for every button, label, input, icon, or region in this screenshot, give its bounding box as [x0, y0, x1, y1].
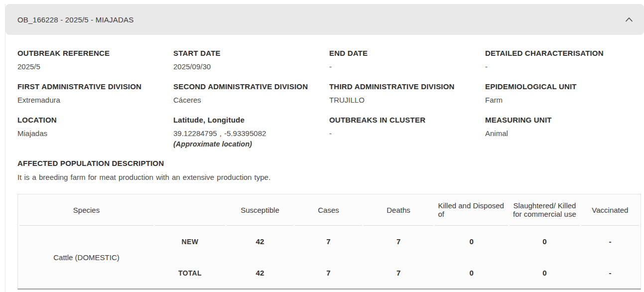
field-outbreaks-in-cluster: OUTBREAKS IN CLUSTER -	[329, 115, 485, 149]
new-cases: 7	[295, 226, 362, 257]
new-vaccinated: -	[581, 226, 639, 257]
chevron-up-icon[interactable]	[625, 16, 633, 22]
total-deaths: 7	[364, 257, 434, 289]
col-header-vaccinated: Vaccinated	[581, 194, 639, 226]
field-label: FIRST ADMINISTRATIVE DIVISION	[17, 81, 165, 92]
field-value: -	[485, 61, 633, 72]
fields-grid: OUTBREAK REFERENCE 2025/5 START DATE 202…	[17, 48, 641, 190]
field-latitude-longitude: Latitude, Longitude 39.12284795 , -5.933…	[173, 115, 329, 149]
field-value: Cáceres	[173, 95, 321, 106]
outbreak-accordion-header[interactable]: OB_166228 - 2025/5 - MIAJADAS	[5, 4, 644, 35]
approximate-location-note: (Approximate location)	[173, 139, 321, 149]
field-label: Latitude, Longitude	[173, 115, 321, 126]
field-value: Animal	[485, 128, 633, 139]
field-label: THIRD ADMINISTRATIVE DIVISION	[329, 81, 477, 92]
field-label: OUTBREAK REFERENCE	[17, 48, 165, 59]
field-value: Miajadas	[17, 128, 165, 139]
field-value: Farm	[485, 95, 633, 106]
field-affected-population-description: AFFECTED POPULATION DESCRIPTION It is a …	[17, 158, 641, 183]
field-third-admin-division: THIRD ADMINISTRATIVE DIVISION TRUJILLO	[329, 81, 485, 106]
field-value: -	[329, 128, 477, 139]
new-killed-disposed: 0	[435, 226, 508, 257]
field-outbreak-reference: OUTBREAK REFERENCE 2025/5	[17, 48, 173, 72]
total-vaccinated: -	[581, 257, 639, 289]
table-header-row: Species Susceptible Cases Deaths Killed …	[19, 194, 639, 226]
species-quantities-table: Species Susceptible Cases Deaths Killed …	[17, 194, 641, 290]
col-header-susceptible: Susceptible	[227, 194, 294, 226]
col-header-row-type	[155, 194, 225, 226]
field-label: DETAILED CHARACTERISATION	[485, 48, 633, 59]
field-value: It is a breeding farm for meat productio…	[17, 172, 633, 183]
field-value: -	[329, 61, 477, 72]
field-label: END DATE	[329, 48, 477, 59]
total-cases: 7	[295, 257, 362, 289]
col-header-slaughtered: Slaughtered/ Killed for commercial use	[510, 194, 580, 226]
new-slaughtered: 0	[510, 226, 580, 257]
field-value: TRUJILLO	[329, 95, 477, 106]
field-label: SECOND ADMINISTRATIVE DIVISION	[173, 81, 321, 92]
new-susceptible: 42	[227, 226, 294, 257]
field-first-admin-division: FIRST ADMINISTRATIVE DIVISION Extremadur…	[17, 81, 173, 106]
row-type-label: NEW	[155, 226, 225, 257]
row-type-label: TOTAL	[155, 257, 225, 289]
field-location: LOCATION Miajadas	[17, 115, 173, 149]
table-row-new: Cattle (DOMESTIC) NEW 42 7 7 0 0 -	[19, 226, 639, 257]
col-header-killed-disposed: Killed and Disposed of	[435, 194, 508, 226]
col-header-cases: Cases	[295, 194, 362, 226]
total-susceptible: 42	[227, 257, 294, 289]
field-second-admin-division: SECOND ADMINISTRATIVE DIVISION Cáceres	[173, 81, 329, 106]
field-value: 39.12284795 , -5.93395082	[173, 128, 321, 139]
field-label: MEASURING UNIT	[485, 115, 633, 126]
field-end-date: END DATE -	[329, 48, 485, 72]
field-value: 2025/5	[17, 61, 165, 72]
total-killed-disposed: 0	[435, 257, 508, 289]
field-epidemiological-unit: EPIDEMIOLOGICAL UNIT Farm	[485, 81, 641, 106]
field-label: OUTBREAKS IN CLUSTER	[329, 115, 477, 126]
col-header-species: Species	[19, 194, 153, 226]
field-start-date: START DATE 2025/09/30	[173, 48, 329, 72]
field-label: LOCATION	[17, 115, 165, 126]
col-header-deaths: Deaths	[364, 194, 434, 226]
field-value: 2025/09/30	[173, 61, 321, 72]
field-label: EPIDEMIOLOGICAL UNIT	[485, 81, 633, 92]
outbreak-detail-card: OB_166228 - 2025/5 - MIAJADAS OUTBREAK R…	[5, 4, 644, 292]
field-detailed-characterisation: DETAILED CHARACTERISATION -	[485, 48, 641, 72]
new-deaths: 7	[364, 226, 434, 257]
outbreak-title: OB_166228 - 2025/5 - MIAJADAS	[17, 15, 133, 24]
species-name: Cattle (DOMESTIC)	[19, 226, 153, 289]
field-label: AFFECTED POPULATION DESCRIPTION	[17, 158, 633, 169]
field-label: START DATE	[173, 48, 321, 59]
field-value: Extremadura	[17, 95, 165, 106]
field-measuring-unit: MEASURING UNIT Animal	[485, 115, 641, 149]
total-slaughtered: 0	[510, 257, 580, 289]
outbreak-detail-body: OUTBREAK REFERENCE 2025/5 START DATE 202…	[5, 35, 644, 290]
